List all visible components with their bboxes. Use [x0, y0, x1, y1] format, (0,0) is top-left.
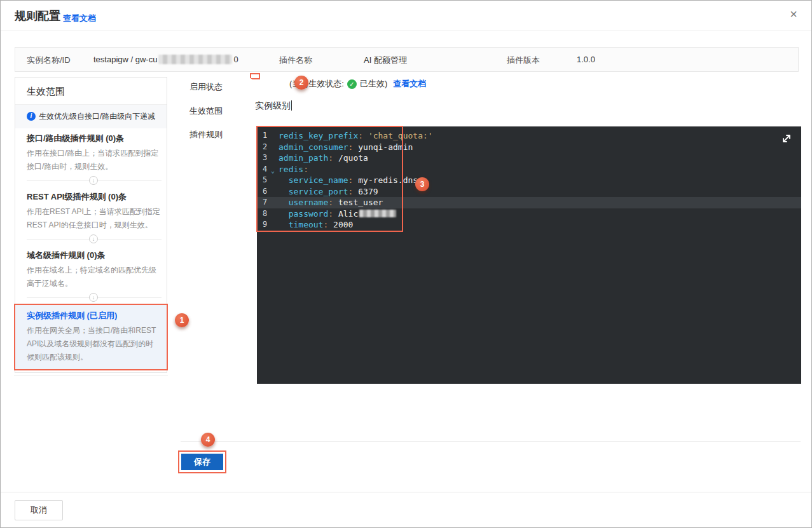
yaml-colon: : [303, 165, 308, 174]
toggle-knob [242, 78, 254, 89]
code-text: timeout: 2000 [279, 219, 353, 231]
line-number: 2 [257, 142, 271, 153]
sidebar-item-desc: 作用在REST API上；当请求匹配到指定REST API的任意接口时，规则生效… [27, 205, 162, 232]
info-field-value: AI 配额管理 [364, 55, 407, 66]
code-text: password: Alic [279, 208, 396, 220]
yaml-value: /quota [338, 153, 368, 163]
sidebar-item[interactable]: 域名级插件规则 (0)条作用在域名上；特定域名的匹配优先级高于泛域名。 [27, 245, 162, 292]
status-docs-link[interactable]: 查看文档 [393, 78, 426, 90]
divider: ↓ [27, 294, 162, 302]
yaml-colon: : [358, 131, 363, 140]
gutter-space [271, 198, 279, 210]
sidebar-item-desc: 作用在域名上；特定域名的匹配优先级高于泛域名。 [27, 264, 162, 290]
yaml-colon: : [348, 175, 354, 185]
view-docs-link[interactable]: 查看文档 [63, 13, 96, 24]
sidebar-item-list: 接口/路由级插件规则 (0)条作用在接口/路由上；当请求匹配到指定接口/路由时，… [15, 128, 167, 376]
annotation-badge-4: 4 [201, 433, 215, 447]
code-line[interactable]: 6 service_port: 6379 [257, 186, 801, 198]
line-number: 5 [257, 175, 271, 186]
yaml-value: 2000 [333, 220, 353, 229]
code-text: redis_key_prefix: 'chat_quota:' [279, 130, 433, 142]
divider: ↓ [27, 177, 162, 185]
yaml-key: service_name [289, 175, 348, 185]
gutter-space [271, 154, 279, 165]
yaml-value: my-redis.dns [358, 175, 418, 185]
code-line[interactable]: 4⌄redis: [257, 164, 801, 175]
gutter-space [271, 187, 279, 199]
info-bar: 实例名称/IDtestapigw / gw-cu0插件名称AI 配额管理插件版本… [15, 47, 799, 72]
down-arrow-icon: ↓ [89, 176, 98, 185]
sidebar-title: 生效范围 [15, 78, 167, 105]
line-number: 3 [257, 152, 271, 164]
annotation-badge-3: 3 [415, 177, 429, 191]
gutter-space [271, 143, 279, 154]
save-annotation-box: 保存 [178, 450, 226, 473]
code-text: service_name: my-redis.dns [279, 175, 418, 186]
cancel-button[interactable]: 取消 [15, 500, 63, 520]
status-line: (当前生效状态: ✓ 已生效) 查看文档 [289, 78, 426, 90]
gutter-space [271, 132, 279, 143]
code-line[interactable]: 8 password: Alic [257, 208, 801, 220]
line-number: 6 [257, 186, 271, 198]
sidebar-item[interactable]: 实例级插件规则 (已启用)作用在网关全局；当接口/路由和REST API以及域名… [14, 304, 168, 370]
info-field-label: 插件版本 [507, 55, 540, 66]
gutter-space [271, 220, 279, 232]
yaml-key: username [289, 198, 329, 207]
sidebar-item-title: REST API级插件规则 (0)条 [27, 191, 162, 203]
code-lines: 1redis_key_prefix: 'chat_quota:'2admin_c… [257, 130, 801, 231]
sidebar-item[interactable]: REST API级插件规则 (0)条作用在REST API上；当请求匹配到指定R… [27, 187, 162, 233]
yaml-key: timeout [289, 220, 324, 229]
check-icon: ✓ [347, 79, 357, 89]
plugin-rules-label: 插件规则 [189, 129, 223, 140]
yaml-value: 'chat_quota:' [368, 131, 433, 140]
info-field-label: 插件名称 [279, 55, 312, 66]
status-value: 已生效) [360, 78, 387, 90]
code-text: username: test_user [279, 197, 383, 208]
divider [181, 441, 801, 442]
yaml-key: redis_key_prefix [279, 131, 358, 140]
yaml-colon: : [328, 153, 333, 163]
annotation-badge-2: 2 [294, 76, 308, 90]
code-line[interactable]: 5 service_name: my-redis.dns [257, 175, 801, 186]
code-text: admin_consumer: yunqi-admin [279, 142, 413, 153]
save-button[interactable]: 保存 [181, 454, 223, 470]
yaml-colon: : [348, 142, 354, 152]
yaml-value: yunqi-admin [358, 142, 413, 152]
line-number: 7 [257, 197, 271, 208]
code-text: admin_path: /quota [279, 152, 368, 164]
toggle-annotation-box [250, 73, 260, 79]
down-arrow-icon: ↓ [89, 234, 98, 243]
sidebar-item-desc: 作用在接口/路由上；当请求匹配到指定接口/路由时，规则生效。 [27, 147, 162, 173]
code-line[interactable]: 2admin_consumer: yunqi-admin [257, 142, 801, 153]
sidebar-item-title: 接口/路由级插件规则 (0)条 [27, 133, 162, 144]
yaml-colon: : [323, 220, 328, 229]
code-line[interactable]: 9 timeout: 2000 [257, 219, 801, 231]
divider [14, 376, 168, 376]
line-number: 4 [257, 164, 271, 175]
scope-sidebar: 生效范围 i 生效优先级自接口/路由级向下递减 接口/路由级插件规则 (0)条作… [15, 77, 167, 373]
sidebar-item-title: 实例级插件规则 (已启用) [27, 310, 160, 322]
code-text: service_port: 6379 [279, 186, 378, 198]
code-line[interactable]: 7 username: test_user [257, 197, 801, 208]
yaml-code-editor[interactable]: 1redis_key_prefix: 'chat_quota:'2admin_c… [257, 126, 801, 384]
sidebar-item-title: 域名级插件规则 (0)条 [27, 250, 162, 261]
priority-note-text: 生效优先级自接口/路由级向下递减 [39, 111, 155, 122]
down-arrow-icon: ↓ [89, 293, 98, 302]
close-icon[interactable]: × [790, 8, 797, 20]
yaml-colon: : [348, 187, 354, 196]
dialog-header: 规则配置 查看文档 × [1, 1, 811, 31]
line-number: 8 [257, 208, 271, 220]
gutter-space [271, 176, 279, 187]
yaml-value: 6379 [358, 187, 378, 196]
code-line[interactable]: 1redis_key_prefix: 'chat_quota:' [257, 130, 801, 142]
fold-icon[interactable]: ⌄ [271, 165, 279, 177]
code-text: redis: [279, 164, 313, 175]
yaml-key: redis [279, 165, 303, 174]
yaml-key: admin_consumer [279, 142, 348, 152]
code-line[interactable]: 3admin_path: /quota [257, 152, 801, 164]
sidebar-item-desc: 作用在网关全局；当接口/路由和REST API以及域名级规则都没有匹配到的时候则… [27, 324, 160, 364]
expand-icon[interactable] [781, 133, 792, 144]
yaml-value: Alic [338, 209, 358, 219]
sidebar-item[interactable]: 接口/路由级插件规则 (0)条作用在接口/路由上；当请求匹配到指定接口/路由时，… [27, 128, 162, 175]
yaml-key: password [289, 209, 329, 219]
